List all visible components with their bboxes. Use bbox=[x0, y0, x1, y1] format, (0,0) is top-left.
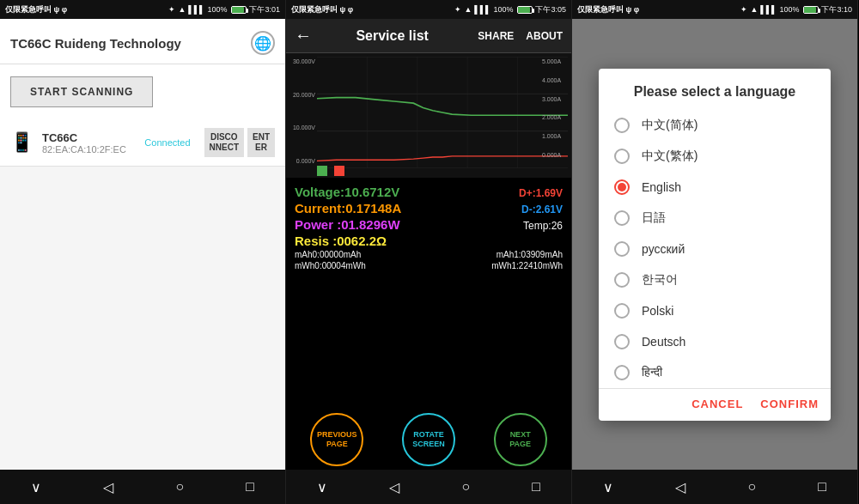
nav-down-2[interactable]: ∨ bbox=[305, 474, 339, 501]
current-row: Current:0.17148A D-:2.61V bbox=[295, 201, 563, 216]
nav-square-1[interactable]: □ bbox=[234, 474, 266, 500]
y-label-20: 20.000V bbox=[286, 92, 317, 98]
chart-area: 30.000V 20.000V 10.000V 0.000V 5.000A 4.… bbox=[286, 53, 571, 178]
battery-icon-3 bbox=[803, 6, 819, 14]
lang-label-2: English bbox=[642, 180, 681, 194]
device-action-btns: DISCONNECT ENTER bbox=[204, 128, 275, 157]
signal-icon-1: ▌▌▌ bbox=[188, 5, 204, 14]
chart-svg: 0s 10s 20s 30s 40s 50s bbox=[317, 57, 568, 168]
temp-value: Temp:26 bbox=[523, 220, 563, 232]
dialog-actions: CANCEL CONFIRM bbox=[599, 388, 831, 421]
about-button[interactable]: ABOUT bbox=[526, 30, 563, 42]
enter-button[interactable]: ENTER bbox=[247, 128, 275, 157]
battery-pct-1: 100% bbox=[207, 5, 227, 14]
legend-red bbox=[334, 166, 344, 176]
app-title: TC66C Ruideng Technology bbox=[10, 36, 181, 51]
panel-1: 仅限紧急呼叫 ψ φ ✦ ▲ ▌▌▌ 100% 下午3:01 TC66C Rui… bbox=[0, 0, 286, 504]
lang-option-6[interactable]: Polski bbox=[599, 295, 831, 326]
time-1: 下午3:01 bbox=[249, 4, 280, 15]
y-label-10: 10.000V bbox=[286, 124, 317, 131]
service-list-title: Service list bbox=[319, 28, 466, 44]
nav-back-2[interactable]: ◁ bbox=[377, 474, 411, 501]
nav-square-2[interactable]: □ bbox=[520, 474, 552, 500]
mwh-row: mWh0:00004mWh mWh1:22410mWh bbox=[295, 261, 563, 270]
y-right-5: 5.000A bbox=[542, 58, 571, 64]
resis-value: Resis :0062.2Ω bbox=[295, 234, 387, 248]
radio-4 bbox=[614, 241, 630, 257]
y-right-3: 3.000A bbox=[542, 96, 571, 102]
lang-option-8[interactable]: हिन्दी bbox=[599, 357, 831, 388]
lang-label-3: 日語 bbox=[642, 210, 666, 226]
time-2: 下午3:05 bbox=[535, 4, 566, 15]
device-list: 📱 TC66C 82:EA:CA:10:2F:EC Connected DISC… bbox=[0, 119, 285, 470]
y-right-2: 2.000A bbox=[542, 114, 571, 120]
start-scanning-button[interactable]: START SCANNING bbox=[10, 76, 153, 107]
y-right-4: 4.000A bbox=[542, 77, 571, 83]
bluetooth-icon-2: ✦ bbox=[454, 5, 461, 14]
wifi-icon-2: ▲ bbox=[464, 5, 472, 14]
dialog-overlay: Please select a language 中文(简体) 中文(繁体) E… bbox=[572, 19, 857, 470]
lang-label-5: 한국어 bbox=[642, 272, 678, 288]
lang-option-5[interactable]: 한국어 bbox=[599, 264, 831, 295]
next-page-button[interactable]: NEXTPAGE bbox=[494, 413, 547, 466]
y-right-0: 0.000A bbox=[542, 152, 571, 158]
battery-icon-2 bbox=[517, 6, 533, 14]
nav-square-3[interactable]: □ bbox=[806, 474, 838, 500]
voltage-row: Voltage:10.6712V D+:1.69V bbox=[295, 185, 563, 199]
nav-bar-1: ∨ ◁ ○ □ bbox=[0, 470, 285, 504]
nav-home-2[interactable]: ○ bbox=[449, 474, 482, 500]
nav-back-1[interactable]: ◁ bbox=[91, 474, 125, 501]
lang-label-0: 中文(简体) bbox=[642, 118, 698, 133]
globe-icon[interactable]: 🌐 bbox=[251, 31, 275, 55]
mah-row: mAh0:00000mAh mAh1:03909mAh bbox=[295, 250, 563, 259]
status-right-3: ✦ ▲ ▌▌▌ 100% 下午3:10 bbox=[740, 4, 852, 15]
battery-pct-2: 100% bbox=[493, 5, 513, 14]
nav-down-1[interactable]: ∨ bbox=[19, 474, 53, 501]
time-3: 下午3:10 bbox=[821, 4, 852, 15]
lang-label-4: русский bbox=[642, 242, 685, 256]
panel3-main: Please select a language 中文(简体) 中文(繁体) E… bbox=[572, 19, 857, 470]
battery-icon-1 bbox=[231, 6, 247, 14]
power-row: Power :01.8296W Temp:26 bbox=[295, 217, 563, 232]
disconnect-button[interactable]: DISCONNECT bbox=[204, 128, 244, 157]
nav-home-3[interactable]: ○ bbox=[735, 474, 768, 500]
y-label-30: 30.000V bbox=[286, 58, 317, 64]
nav-bar-2: ∨ ◁ ○ □ bbox=[286, 470, 571, 504]
nav-down-3[interactable]: ∨ bbox=[591, 474, 625, 501]
nav-back-3[interactable]: ◁ bbox=[663, 474, 698, 501]
nav-bar-3: ∨ ◁ ○ □ bbox=[572, 470, 857, 504]
lang-option-2[interactable]: English bbox=[599, 172, 831, 203]
wifi-icon-3: ▲ bbox=[750, 5, 758, 14]
panel2-header: ← Service list SHARE ABOUT bbox=[286, 19, 571, 53]
lang-option-7[interactable]: Deutsch bbox=[599, 326, 831, 357]
action-btn-row: PREVIOUSPAGE ROTATESCREEN NEXTPAGE bbox=[286, 406, 571, 470]
panel1-main: TC66C Ruideng Technology 🌐 START SCANNIN… bbox=[0, 19, 285, 470]
rotate-screen-button[interactable]: ROTATESCREEN bbox=[402, 413, 455, 466]
language-dialog: Please select a language 中文(简体) 中文(繁体) E… bbox=[599, 69, 831, 421]
device-bluetooth-icon: 📱 bbox=[10, 131, 34, 154]
cancel-button[interactable]: CANCEL bbox=[691, 398, 743, 410]
device-item: 📱 TC66C 82:EA:CA:10:2F:EC Connected DISC… bbox=[0, 119, 285, 167]
lang-option-1[interactable]: 中文(繁体) bbox=[599, 141, 831, 172]
lang-option-4[interactable]: русский bbox=[599, 234, 831, 264]
previous-page-button[interactable]: PREVIOUSPAGE bbox=[310, 413, 363, 466]
nav-home-1[interactable]: ○ bbox=[163, 474, 196, 500]
device-mac: 82:EA:CA:10:2F:EC bbox=[42, 144, 136, 155]
confirm-button[interactable]: CONFIRM bbox=[760, 398, 819, 410]
status-bar-2: 仅限紧急呼叫 ψ φ ✦ ▲ ▌▌▌ 100% 下午3:05 bbox=[286, 0, 571, 19]
lang-option-3[interactable]: 日語 bbox=[599, 203, 831, 234]
lang-label-6: Polski bbox=[642, 304, 673, 318]
back-button[interactable]: ← bbox=[295, 26, 312, 46]
radio-0 bbox=[614, 118, 630, 133]
share-button[interactable]: SHARE bbox=[478, 30, 514, 42]
radio-8 bbox=[614, 365, 630, 380]
panel2-main: ← Service list SHARE ABOUT 30.000V 20.00… bbox=[286, 19, 571, 470]
radio-1 bbox=[614, 149, 630, 164]
lang-label-8: हिन्दी bbox=[642, 365, 662, 380]
dialog-title: Please select a language bbox=[599, 69, 831, 110]
status-right-1: ✦ ▲ ▌▌▌ 100% 下午3:01 bbox=[168, 4, 280, 15]
y-label-0: 0.000V bbox=[286, 158, 317, 164]
voltage-value: Voltage:10.6712V bbox=[295, 185, 399, 199]
dplus-value: D+:1.69V bbox=[519, 187, 563, 199]
lang-option-0[interactable]: 中文(简体) bbox=[599, 110, 831, 141]
